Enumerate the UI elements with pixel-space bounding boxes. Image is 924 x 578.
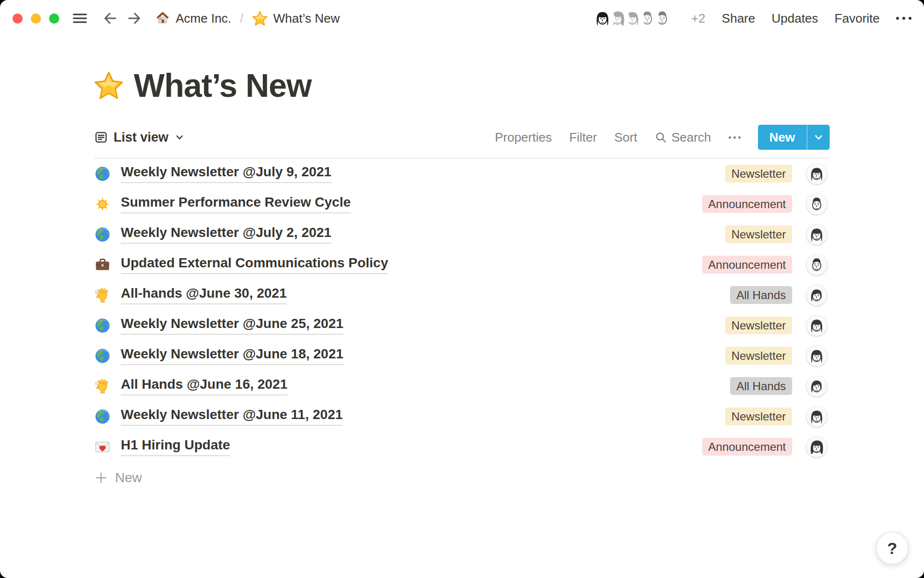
list-item[interactable]: All Hands @June 16, 2021All Hands: [94, 371, 830, 401]
page-name: What’s New: [273, 11, 340, 26]
page-link[interactable]: H1 Hiring Update: [121, 437, 230, 456]
tag-badge[interactable]: All Hands: [730, 377, 792, 395]
back-button[interactable]: [103, 11, 118, 26]
page-link[interactable]: Weekly Newsletter @July 9, 2021: [121, 164, 332, 183]
tag-badge[interactable]: Announcement: [702, 195, 792, 213]
star-icon: [252, 11, 268, 26]
filter-button[interactable]: Filter: [569, 130, 597, 145]
page-link[interactable]: Updated External Communications Policy: [121, 255, 388, 274]
sun-icon: [94, 196, 113, 212]
collection-toolbar: List view Properties Filter Sort Search …: [94, 124, 830, 150]
page-link[interactable]: Weekly Newsletter @July 2, 2021: [121, 225, 332, 243]
new-button-label[interactable]: New: [758, 125, 807, 150]
more-options-icon[interactable]: [896, 17, 911, 20]
search-label: Search: [671, 130, 711, 145]
house-icon: [155, 11, 170, 26]
person-avatar[interactable]: [807, 376, 827, 396]
page-title: What’s New: [134, 66, 311, 104]
view-label: List view: [114, 130, 168, 145]
list-view-icon: [94, 131, 108, 144]
new-dropdown-button[interactable]: [808, 125, 830, 150]
sort-button[interactable]: Sort: [614, 130, 637, 145]
avatar-overflow-count[interactable]: +2: [691, 11, 706, 26]
tag-badge[interactable]: Newsletter: [725, 347, 792, 365]
globe-icon: [94, 226, 113, 243]
chevron-down-icon: [174, 132, 185, 143]
help-label: ?: [887, 539, 898, 558]
person-avatar[interactable]: [807, 255, 827, 275]
window-titlebar: Acme Inc. / What’s New: [0, 0, 924, 37]
page-link[interactable]: Weekly Newsletter @June 25, 2021: [121, 316, 344, 334]
tag-badge[interactable]: Newsletter: [725, 316, 792, 334]
globe-icon: [94, 348, 113, 364]
properties-button[interactable]: Properties: [495, 130, 552, 145]
person-avatar[interactable]: [807, 407, 827, 427]
breadcrumb-separator: /: [240, 11, 244, 26]
breadcrumb-page[interactable]: What’s New: [252, 11, 340, 26]
collaborator-avatars[interactable]: [592, 8, 673, 29]
tag-badge[interactable]: Newsletter: [725, 165, 792, 183]
page-link[interactable]: All-hands @June 30, 2021: [121, 286, 287, 304]
breadcrumb-workspace[interactable]: Acme Inc.: [155, 11, 231, 26]
search-button[interactable]: Search: [654, 130, 711, 145]
globe-icon: [94, 408, 113, 425]
search-icon: [654, 131, 667, 144]
app-window: Acme Inc. / What’s New: [0, 0, 924, 578]
new-button[interactable]: New: [758, 125, 830, 150]
toolbar-more-icon[interactable]: [729, 136, 741, 139]
wave-icon: [94, 287, 113, 303]
wave-icon: [94, 378, 113, 394]
person-avatar[interactable]: [807, 194, 827, 214]
tag-badge[interactable]: Newsletter: [725, 225, 792, 243]
updates-button[interactable]: Updates: [771, 11, 818, 26]
collaborator-avatar[interactable]: [592, 8, 613, 29]
workspace-name: Acme Inc.: [176, 11, 231, 26]
list-item[interactable]: All-hands @June 30, 2021All Hands: [94, 280, 830, 310]
minimize-button[interactable]: [31, 13, 41, 24]
breadcrumb: Acme Inc. / What’s New: [155, 11, 340, 26]
globe-icon: [94, 166, 113, 182]
zoom-button[interactable]: [49, 13, 59, 24]
page-emoji-star-icon[interactable]: [94, 71, 123, 100]
list-item[interactable]: Weekly Newsletter @June 25, 2021Newslett…: [94, 310, 830, 341]
tag-badge[interactable]: All Hands: [730, 286, 792, 304]
plus-icon: [94, 471, 108, 485]
share-button[interactable]: Share: [722, 11, 755, 26]
page-link[interactable]: Weekly Newsletter @June 18, 2021: [121, 346, 344, 365]
list-item[interactable]: Weekly Newsletter @July 9, 2021Newslette…: [94, 158, 830, 189]
page-link[interactable]: Summer Performance Review Cycle: [121, 195, 351, 213]
briefcase-icon: [94, 257, 113, 273]
person-avatar[interactable]: [807, 224, 827, 245]
person-avatar[interactable]: [807, 437, 827, 457]
list-view-rows: Weekly Newsletter @July 9, 2021Newslette…: [94, 158, 830, 462]
forward-button[interactable]: [127, 11, 142, 26]
person-avatar[interactable]: [807, 164, 827, 184]
list-item[interactable]: Weekly Newsletter @July 2, 2021Newslette…: [94, 219, 830, 250]
tag-badge[interactable]: Newsletter: [725, 407, 792, 425]
list-item[interactable]: Weekly Newsletter @June 18, 2021Newslett…: [94, 341, 830, 371]
person-avatar[interactable]: [807, 346, 827, 366]
tag-badge[interactable]: Announcement: [702, 438, 792, 456]
view-switcher[interactable]: List view: [94, 130, 185, 145]
list-item[interactable]: Weekly Newsletter @June 11, 2021Newslett…: [94, 401, 830, 432]
list-item[interactable]: Summer Performance Review CycleAnnouncem…: [94, 189, 830, 219]
page-link[interactable]: Weekly Newsletter @June 11, 2021: [121, 407, 343, 425]
list-item[interactable]: Updated External Communications PolicyAn…: [94, 250, 830, 280]
add-new-row-label: New: [115, 470, 142, 486]
traffic-lights: [13, 13, 59, 24]
love-letter-icon: [94, 439, 113, 455]
globe-icon: [94, 317, 113, 334]
person-avatar[interactable]: [807, 315, 827, 336]
add-new-row-button[interactable]: New: [94, 462, 830, 494]
page-header: What’s New: [94, 66, 830, 104]
list-item[interactable]: H1 Hiring UpdateAnnouncement: [94, 432, 830, 462]
help-button[interactable]: ?: [876, 532, 909, 565]
favorite-button[interactable]: Favorite: [834, 11, 880, 26]
tag-badge[interactable]: Announcement: [702, 256, 792, 274]
person-avatar[interactable]: [807, 285, 827, 305]
close-button[interactable]: [13, 13, 23, 24]
menu-icon[interactable]: [72, 11, 88, 26]
page-link[interactable]: All Hands @June 16, 2021: [121, 377, 287, 395]
